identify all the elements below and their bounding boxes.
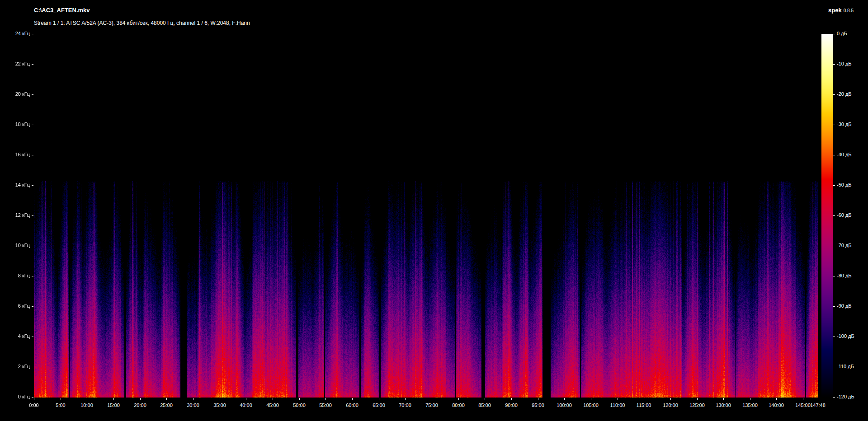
db-tick-label: -90 дБ	[837, 303, 852, 309]
x-tick-mark	[670, 398, 671, 400]
x-tick-mark	[140, 398, 141, 400]
db-tick-mark	[833, 185, 835, 186]
y-tick-label: 12 кГц	[0, 212, 30, 218]
x-tick-mark	[34, 398, 34, 400]
x-tick-mark	[61, 398, 61, 400]
x-tick-mark	[538, 398, 538, 400]
y-tick-mark	[32, 397, 33, 398]
x-tick-mark	[220, 398, 220, 400]
y-tick-mark	[32, 34, 33, 34]
x-tick-mark	[299, 398, 300, 400]
db-tick-mark	[833, 155, 835, 155]
x-tick-label: 0:00	[29, 402, 38, 408]
y-tick-label: 0 кГц	[0, 394, 30, 400]
db-tick-label: -110 дБ	[837, 364, 854, 370]
x-tick-mark	[352, 398, 353, 400]
x-tick-label: 70:00	[399, 402, 411, 408]
x-tick-label: 135:00	[742, 402, 758, 408]
x-tick-label: 100:00	[557, 402, 572, 408]
x-tick-mark	[485, 398, 485, 400]
spectrogram-canvas	[34, 34, 818, 398]
x-tick-label: 45:00	[266, 402, 279, 408]
db-tick-label: -60 дБ	[837, 212, 852, 218]
db-tick-mark	[833, 397, 835, 398]
x-tick-label: 80:00	[452, 402, 465, 408]
db-tick-label: -30 дБ	[837, 122, 852, 127]
y-tick-label: 16 кГц	[0, 152, 30, 158]
x-tick-mark	[618, 398, 618, 400]
x-tick-label: 125:00	[689, 402, 705, 408]
x-tick-label: 75:00	[425, 402, 438, 408]
spek-window: { "window": { "title": "C:\\AC3_AFTEN.mk…	[0, 0, 868, 421]
x-tick-mark	[591, 398, 591, 400]
y-tick-label: 4 кГц	[0, 333, 30, 339]
db-tick-label: -80 дБ	[837, 273, 852, 279]
x-tick-mark	[697, 398, 698, 400]
x-tick-label: 60:00	[346, 402, 359, 408]
x-tick-mark	[776, 398, 777, 400]
x-tick-label: 90:00	[505, 402, 518, 408]
x-tick-label: 95:00	[532, 402, 544, 408]
db-tick-mark	[833, 215, 835, 216]
x-tick-mark	[166, 398, 167, 400]
y-tick-mark	[32, 367, 33, 367]
x-tick-mark	[246, 398, 246, 400]
db-tick-label: -120 дБ	[837, 394, 854, 400]
x-tick-label: 145:00	[795, 402, 811, 408]
x-tick-mark	[113, 398, 114, 400]
x-tick-label: 10:00	[80, 402, 93, 408]
db-tick-mark	[833, 276, 835, 276]
x-tick-label: 50:00	[293, 402, 306, 408]
colorbar-canvas	[821, 34, 833, 398]
db-tick-mark	[833, 94, 835, 95]
y-tick-mark	[32, 215, 33, 216]
x-tick-mark	[326, 398, 326, 400]
db-tick-label: -20 дБ	[837, 91, 852, 97]
y-tick-label: 18 кГц	[0, 122, 30, 127]
x-tick-label: 20:00	[134, 402, 146, 408]
x-tick-mark	[273, 398, 273, 400]
x-tick-label: 30:00	[187, 402, 199, 408]
x-tick-label: 120:00	[663, 402, 678, 408]
y-tick-label: 20 кГц	[0, 91, 30, 97]
db-tick-mark	[833, 246, 835, 246]
db-tick-label: -70 дБ	[837, 243, 852, 248]
x-tick-label: 130:00	[716, 402, 731, 408]
y-tick-label: 24 кГц	[0, 31, 30, 37]
y-tick-mark	[32, 185, 33, 186]
y-tick-mark	[32, 337, 33, 337]
db-tick-mark	[833, 367, 835, 367]
x-tick-mark	[458, 398, 459, 400]
window-title: C:\AC3_AFTEN.mkv	[34, 7, 90, 14]
x-tick-mark	[818, 398, 818, 400]
db-tick-label: -50 дБ	[837, 182, 852, 188]
db-tick-mark	[833, 337, 835, 337]
db-tick-mark	[833, 64, 835, 65]
y-tick-label: 22 кГц	[0, 61, 30, 67]
x-tick-mark	[750, 398, 750, 400]
x-tick-label: 55:00	[319, 402, 332, 408]
x-tick-label: 15:00	[107, 402, 120, 408]
x-tick-mark	[803, 398, 803, 400]
x-tick-label: 5:00	[56, 402, 65, 408]
x-tick-mark	[405, 398, 406, 400]
y-tick-mark	[32, 246, 33, 246]
db-tick-mark	[833, 306, 835, 307]
x-tick-label: 140:00	[769, 402, 784, 408]
x-tick-mark	[564, 398, 565, 400]
x-tick-label: 115:00	[637, 402, 651, 408]
y-tick-mark	[32, 64, 33, 65]
x-tick-label: 105:00	[583, 402, 599, 408]
y-tick-label: 10 кГц	[0, 243, 30, 248]
db-tick-label: -40 дБ	[837, 152, 852, 158]
x-tick-label: 110:00	[610, 402, 625, 408]
y-tick-mark	[32, 276, 33, 276]
y-tick-label: 8 кГц	[0, 273, 30, 279]
app-name: spek	[828, 7, 842, 14]
y-tick-mark	[32, 94, 33, 95]
x-tick-mark	[193, 398, 193, 400]
y-tick-label: 2 кГц	[0, 364, 30, 370]
db-tick-label: -100 дБ	[837, 333, 854, 339]
x-tick-label: 65:00	[373, 402, 385, 408]
x-tick-label: 147:48	[810, 402, 826, 408]
